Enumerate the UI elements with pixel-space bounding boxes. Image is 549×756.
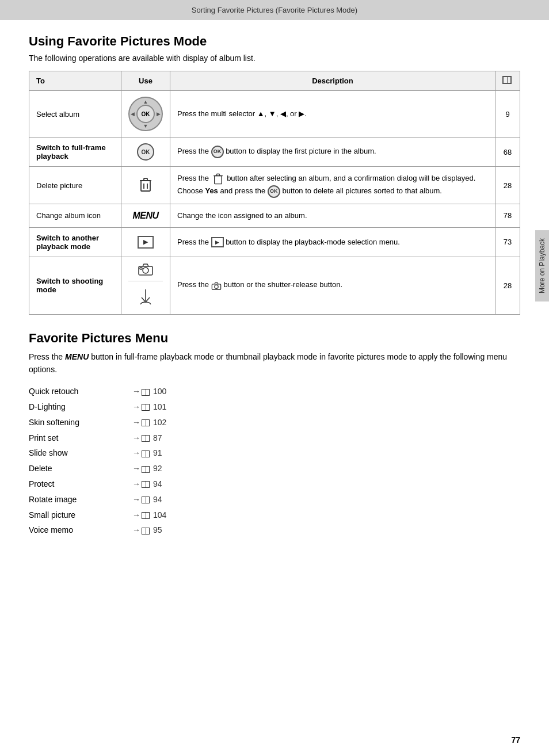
row-select-album-ref: 9 <box>495 91 520 138</box>
row-change-album-ref: 78 <box>495 204 520 228</box>
list-item-ref: → 87 <box>132 432 520 445</box>
page-number: 77 <box>511 735 520 744</box>
inline-ok-icon: OK <box>211 146 224 158</box>
svg-rect-0 <box>141 181 150 191</box>
ok-circle-outer: ◀ OK ▶ <box>128 97 163 131</box>
row-select-album-use: ◀ OK ▶ <box>121 91 170 138</box>
list-item-ref: → 92 <box>132 462 520 476</box>
menu-label: MENU <box>65 352 89 361</box>
list-item-ref: → 100 <box>132 385 520 399</box>
ok-button-icon: ◀ OK ▶ <box>128 97 163 131</box>
list-item: Rotate image <box>29 493 132 507</box>
list-item-ref: → 91 <box>132 446 520 460</box>
trash-icon <box>139 177 152 193</box>
list-item-ref: → 101 <box>132 400 520 414</box>
inline-trash-icon <box>212 173 224 185</box>
row-select-album-to: Select album <box>29 91 121 138</box>
row-playback-mode-desc: Press the ▶ button to display the playba… <box>170 227 495 257</box>
table-row: Delete picture Press the <box>29 167 520 204</box>
camera-icon <box>138 263 154 276</box>
row-delete-desc: Press the button after selecting an albu… <box>170 167 495 204</box>
side-tab: More on Playback <box>535 230 549 301</box>
feature-table: To Use Description Select album ◀ <box>29 71 520 315</box>
row-shooting-mode-to: Switch to shooting mode <box>29 257 121 314</box>
section1-subtitle: The following operations are available w… <box>29 54 520 63</box>
list-item: Voice memo <box>29 524 132 537</box>
inline-play-icon: ▶ <box>211 237 224 247</box>
section-favorite-pictures-menu: Favorite Pictures Menu Press the MENU bu… <box>29 331 520 538</box>
row-delete-to: Delete picture <box>29 167 121 204</box>
section2-intro: Press the MENU button in full-frame play… <box>29 350 520 376</box>
shooting-icons-group <box>128 263 163 308</box>
book-icon <box>502 76 512 84</box>
inline-camera-svg <box>211 282 222 290</box>
section-using-favorite-pictures: Using Favorite Pictures Mode The followi… <box>29 34 520 315</box>
inline-camera-icon <box>211 281 224 290</box>
table-row: Change album icon MENU Change the icon a… <box>29 204 520 228</box>
arrow-left-icon: ◀ <box>131 111 135 117</box>
camera-section <box>128 263 163 281</box>
row-delete-use <box>121 167 170 204</box>
svg-point-17 <box>214 285 218 288</box>
main-content: Using Favorite Pictures Mode The followi… <box>0 20 549 560</box>
inline-ok-icon2: OK <box>268 185 280 198</box>
row-fullframe-to: Switch to full-frame playback <box>29 138 121 167</box>
ok-icon: OK <box>137 143 154 161</box>
arrow-right-icon: ▶ <box>157 111 161 117</box>
row-playback-mode-use: ▶ <box>121 227 170 257</box>
svg-rect-7 <box>214 176 222 184</box>
list-item-ref: → 94 <box>132 493 520 507</box>
table-row: Select album ◀ OK ▶ Press the multi sele… <box>29 91 520 138</box>
row-playback-mode-ref: 73 <box>495 227 520 257</box>
list-item-ref: → 94 <box>132 478 520 491</box>
row-fullframe-ref: 68 <box>495 138 520 167</box>
shutter-release-icon <box>138 288 154 307</box>
list-item: D-Lighting <box>29 400 132 414</box>
row-shooting-mode-use <box>121 257 170 314</box>
svg-rect-14 <box>140 268 142 269</box>
row-delete-ref: 28 <box>495 167 520 204</box>
col-header-to: To <box>29 71 121 91</box>
svg-point-13 <box>143 268 148 273</box>
side-tab-label: More on Playback <box>538 238 546 293</box>
list-item-ref: → 102 <box>132 416 520 430</box>
row-change-album-to: Change album icon <box>29 204 121 228</box>
menu-icon: MENU <box>132 211 158 221</box>
row-shooting-mode-ref: 28 <box>495 257 520 314</box>
table-row: Switch to shooting mode <box>29 257 520 314</box>
list-item: Slide show <box>29 446 132 460</box>
col-header-ref <box>495 71 520 91</box>
row-shooting-mode-desc: Press the button or the shutter-release … <box>170 257 495 314</box>
menu-options-list: Quick retouch → 100 D-Lighting → 101 Ski… <box>29 385 520 537</box>
list-item-ref: → 95 <box>132 524 520 537</box>
list-item: Skin softening <box>29 416 132 430</box>
list-item: Quick retouch <box>29 385 132 399</box>
play-icon: ▶ <box>138 236 154 249</box>
arrow-down-section <box>138 284 154 308</box>
row-playback-mode-to: Switch to another playback mode <box>29 227 121 257</box>
ok-btn-inner: OK <box>136 105 155 123</box>
list-item: Delete <box>29 462 132 476</box>
section2-title: Favorite Pictures Menu <box>29 331 520 346</box>
list-item-ref: → 104 <box>132 509 520 522</box>
row-change-album-use: MENU <box>121 204 170 228</box>
row-fullframe-desc: Press the OK button to display the first… <box>170 138 495 167</box>
row-select-album-desc: Press the multi selector ▲, ▼, ◀, or ▶. <box>170 91 495 138</box>
list-item: Print set <box>29 432 132 445</box>
list-item: Small picture <box>29 509 132 522</box>
table-row: Switch to full-frame playback OK Press t… <box>29 138 520 167</box>
table-row: Switch to another playback mode ▶ Press … <box>29 227 520 257</box>
col-header-use: Use <box>121 71 170 91</box>
list-item: Protect <box>29 478 132 491</box>
row-fullframe-use: OK <box>121 138 170 167</box>
row-change-album-desc: Change the icon assigned to an album. <box>170 204 495 228</box>
section1-title: Using Favorite Pictures Mode <box>29 34 520 49</box>
col-header-description: Description <box>170 71 495 91</box>
header-bar: Sorting Favorite Pictures (Favorite Pict… <box>0 0 549 20</box>
header-title: Sorting Favorite Pictures (Favorite Pict… <box>192 6 357 14</box>
